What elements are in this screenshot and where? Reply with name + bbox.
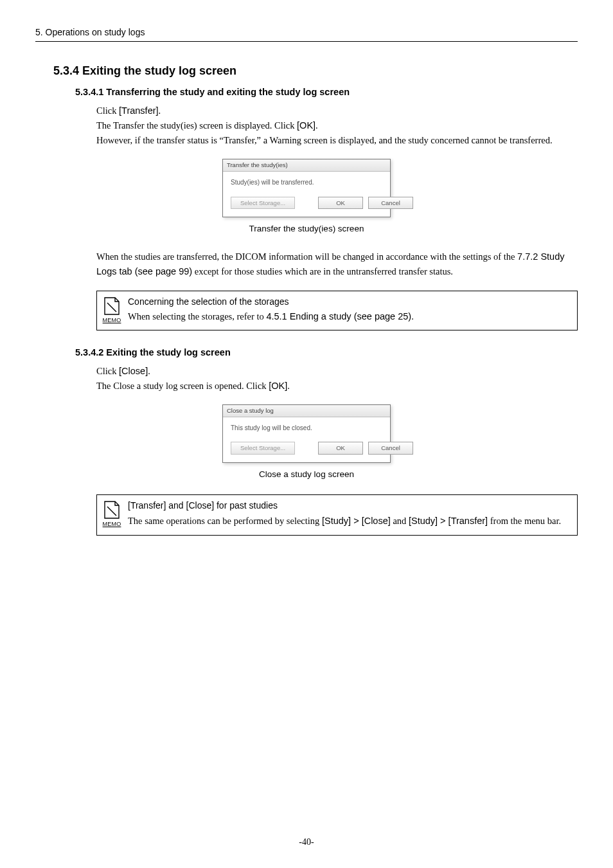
memo-box-past-studies: MEMO [Transfer] and [Close] for past stu… bbox=[96, 494, 578, 535]
page-header: 5. Operations on study logs bbox=[35, 26, 578, 39]
text: . bbox=[411, 311, 414, 321]
cancel-button[interactable]: Cancel bbox=[368, 197, 413, 210]
select-storage-button[interactable]: Select Storage... bbox=[231, 197, 295, 210]
body-5342: Click [Close]. The Close a study log scr… bbox=[35, 365, 578, 393]
memo-box-storages: MEMO Concerning the selection of the sto… bbox=[96, 291, 578, 330]
text: When selecting the storages, refer to bbox=[128, 311, 266, 321]
memo-label: MEMO bbox=[103, 316, 121, 325]
header-rule bbox=[35, 41, 578, 42]
text: The same operations can be performed by … bbox=[128, 516, 322, 526]
memo-label: MEMO bbox=[103, 520, 121, 529]
text: Click bbox=[96, 366, 119, 376]
close-dialog: Close a study log This study log will be… bbox=[222, 404, 391, 463]
ui-ref-ok: [OK] bbox=[297, 120, 315, 131]
text: . bbox=[287, 381, 290, 391]
ui-ref-study-transfer: [Study] > [Transfer] bbox=[409, 516, 488, 526]
crossref-451: 4.5.1 Ending a study (see page 25) bbox=[266, 311, 411, 321]
ui-ref-close: [Close] bbox=[119, 366, 148, 376]
header-left: 5. Operations on study logs bbox=[35, 26, 145, 39]
memo-title: Concerning the selection of the storages bbox=[128, 295, 571, 308]
heading-5341: 5.3.4.1 Transferring the study and exiti… bbox=[35, 86, 578, 99]
text: from the menu bar. bbox=[488, 516, 561, 526]
transfer-dialog-title: Transfer the study(ies) bbox=[223, 159, 390, 172]
text: . bbox=[148, 366, 150, 376]
transfer-dialog-message: Study(ies) will be transferred. bbox=[231, 178, 382, 188]
text: and bbox=[391, 516, 409, 526]
heading-534: 5.3.4 Exiting the study log screen bbox=[35, 62, 578, 79]
text: . bbox=[315, 120, 318, 131]
close-dialog-title: Close a study log bbox=[223, 405, 390, 417]
text: except for those studies which are in th… bbox=[192, 266, 453, 276]
ui-ref-ok: [OK] bbox=[269, 381, 287, 391]
close-dialog-message: This study log will be closed. bbox=[231, 424, 382, 433]
ui-ref-study-close: [Study] > [Close] bbox=[322, 516, 391, 526]
transfer-dialog-caption: Transfer the study(ies) screen bbox=[35, 222, 578, 235]
page-number: -40- bbox=[0, 836, 613, 849]
select-storage-button[interactable]: Select Storage... bbox=[231, 442, 295, 455]
text: The Close a study log screen is opened. … bbox=[96, 381, 269, 391]
close-dialog-caption: Close a study log screen bbox=[35, 468, 578, 481]
heading-5342: 5.3.4.2 Exiting the study log screen bbox=[35, 346, 578, 359]
ok-button[interactable]: OK bbox=[318, 442, 363, 455]
memo-icon bbox=[103, 296, 121, 316]
text: Click bbox=[96, 105, 119, 116]
body-5341: Click [Transfer]. The Transfer the study… bbox=[35, 104, 578, 147]
memo-icon bbox=[103, 500, 121, 520]
text: The Transfer the study(ies) screen is di… bbox=[96, 120, 297, 131]
transfer-dialog: Transfer the study(ies) Study(ies) will … bbox=[222, 159, 391, 217]
memo-title: [Transfer] and [Close] for past studies bbox=[128, 499, 571, 512]
ui-ref-transfer: [Transfer] bbox=[119, 105, 159, 116]
text: When the studies are transferred, the DI… bbox=[96, 251, 517, 262]
body-5341-after: When the studies are transferred, the DI… bbox=[35, 249, 578, 279]
ok-button[interactable]: OK bbox=[318, 197, 363, 210]
text: However, if the transfer status is “Tran… bbox=[96, 134, 578, 147]
cancel-button[interactable]: Cancel bbox=[368, 442, 413, 455]
text: . bbox=[159, 105, 161, 116]
